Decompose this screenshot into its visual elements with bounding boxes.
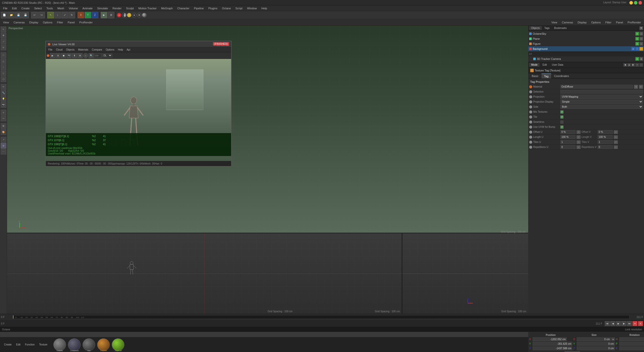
menu-character[interactable]: Character bbox=[175, 6, 191, 10]
timeline-playhead[interactable] bbox=[13, 316, 14, 319]
psr-size-x-lock[interactable]: ● bbox=[611, 337, 615, 341]
lv-menu-file[interactable]: File bbox=[47, 48, 54, 52]
menu-render[interactable]: Render bbox=[111, 6, 124, 10]
lv-menu-api[interactable]: Api bbox=[125, 48, 132, 52]
close-button[interactable] bbox=[638, 1, 642, 5]
view-menu[interactable]: View bbox=[1, 20, 11, 24]
prop-tile-dot[interactable] bbox=[529, 115, 532, 119]
lv-viewport[interactable]: TURE GTX 1080[DT][6.1] %2 41 GTX 1070[6.… bbox=[46, 59, 231, 161]
tool-6[interactable]: ✏ bbox=[1, 84, 6, 90]
view-menu-right[interactable]: View bbox=[549, 20, 559, 24]
tool-rotate[interactable]: ↻ bbox=[1, 45, 6, 50]
render-icon-dark[interactable]: ● bbox=[132, 13, 136, 17]
mode-tab-mode[interactable]: Mode bbox=[529, 63, 540, 67]
obj-background[interactable]: Background ● ○ T bbox=[528, 46, 644, 51]
psr-rot-h-input[interactable] bbox=[619, 337, 644, 341]
pb-record[interactable]: ● bbox=[632, 321, 637, 326]
lv-menu-options[interactable]: Options bbox=[104, 48, 116, 52]
render-icon-gear[interactable]: ⚙ bbox=[137, 13, 141, 17]
bottom-viewport-left[interactable]: Grid Spacing : 100 cm bbox=[7, 233, 402, 314]
prop-material-btn1[interactable]: ◁ bbox=[634, 85, 638, 89]
prop-tab-basic[interactable]: Basic bbox=[529, 74, 541, 78]
obj-figure[interactable]: Figure ● ○ bbox=[528, 41, 644, 46]
tool-deform[interactable]: ⌘ bbox=[1, 123, 6, 129]
prop-tile-checkbox[interactable]: ✓ bbox=[560, 115, 563, 119]
render-btn[interactable]: ▶ bbox=[101, 12, 107, 18]
prop-offset-v-input[interactable] bbox=[598, 130, 613, 134]
panel-menu-right[interactable]: Panel bbox=[614, 20, 625, 24]
prop-uvw-checkbox[interactable]: ✓ bbox=[560, 126, 563, 129]
prop-tiles-u-dot[interactable] bbox=[529, 141, 532, 144]
options-menu[interactable]: Options bbox=[41, 20, 54, 24]
obj-l0[interactable]: L0 bbox=[528, 51, 644, 56]
obj-vis-plane[interactable]: ● bbox=[635, 37, 639, 41]
obj-plane[interactable]: Plane ● ○ bbox=[528, 36, 644, 41]
lv-chr-select[interactable]: DL bbox=[102, 54, 112, 57]
psr-rot-b-input[interactable] bbox=[619, 346, 644, 350]
menu-sculpt[interactable]: Sculpt bbox=[124, 6, 136, 10]
prop-proj-display-dot[interactable] bbox=[529, 100, 532, 103]
tool-paint[interactable]: 🎨 bbox=[1, 129, 6, 135]
move-btn[interactable]: ↕ bbox=[54, 12, 61, 18]
node-tab-edit[interactable]: Edit bbox=[14, 343, 22, 346]
obj-lock-1[interactable]: ○ bbox=[639, 32, 643, 35]
tool-3[interactable]: ○ bbox=[1, 64, 6, 70]
prop-mix-dot[interactable] bbox=[529, 110, 532, 113]
mode-icon-1[interactable]: ◀ bbox=[623, 63, 627, 67]
maximize-button[interactable] bbox=[634, 1, 637, 5]
world-axis-btn[interactable]: X bbox=[78, 12, 84, 18]
prop-material-dot[interactable] bbox=[529, 85, 532, 88]
save-as-button[interactable]: 💾 bbox=[22, 12, 29, 18]
mat-ball-tracksh[interactable]: Track Sh bbox=[112, 338, 124, 351]
prop-tiles-v-spinner[interactable]: ↕ bbox=[614, 140, 618, 144]
obj-vis-1[interactable]: ● bbox=[635, 32, 639, 35]
prop-length-v-input[interactable] bbox=[598, 135, 613, 139]
mat-ball-octdiffm[interactable]: OctDiffM bbox=[97, 338, 110, 351]
obj-tracker-camera[interactable]: 3D Tracker Camera ● ● bbox=[528, 56, 644, 61]
menu-file[interactable]: File bbox=[1, 6, 10, 10]
psr-size-y-input[interactable] bbox=[577, 342, 615, 346]
pb-record-all[interactable]: ● bbox=[638, 321, 643, 326]
obj-vis-tracker[interactable]: ● bbox=[635, 57, 639, 61]
prop-length-u-input[interactable] bbox=[560, 135, 576, 139]
scale-btn[interactable]: ⤢ bbox=[61, 12, 68, 18]
tool-1[interactable]: □ bbox=[1, 52, 6, 58]
mode-icon-4[interactable]: + bbox=[635, 63, 639, 67]
prop-projection-select[interactable]: UVW Mapping bbox=[560, 95, 643, 99]
obj-vis-background[interactable]: ● bbox=[631, 47, 635, 51]
obj-lock-tracker[interactable]: ● bbox=[639, 57, 643, 61]
tab-bookmarks[interactable]: Bookmarks bbox=[552, 26, 569, 30]
menu-create[interactable]: Create bbox=[19, 6, 32, 10]
menu-window[interactable]: Window bbox=[245, 6, 259, 10]
menu-edit[interactable]: Edit bbox=[10, 6, 19, 10]
mode-icon-2[interactable]: ▲ bbox=[627, 63, 631, 67]
prop-reps-u-input[interactable] bbox=[560, 145, 576, 149]
menu-plugins[interactable]: Plugins bbox=[206, 6, 219, 10]
cameras-menu[interactable]: Cameras bbox=[12, 20, 27, 24]
lv-pause-btn[interactable]: ⏸ bbox=[55, 53, 60, 58]
prop-reps-u-dot[interactable] bbox=[529, 146, 532, 149]
tool-select[interactable]: ↖ bbox=[1, 27, 6, 32]
lv-export-btn[interactable]: ⬆ bbox=[72, 53, 77, 58]
obj-vis-figure[interactable]: ● bbox=[635, 42, 639, 46]
menu-help[interactable]: Help bbox=[259, 6, 269, 10]
mat-ball-mat[interactable]: Mat bbox=[83, 338, 95, 351]
tool-s[interactable]: S bbox=[1, 110, 6, 115]
prop-tiles-v-input[interactable] bbox=[598, 140, 613, 144]
prop-side-select[interactable]: Both bbox=[560, 105, 643, 109]
psr-size-x-input[interactable] bbox=[577, 337, 611, 341]
lv-circle-btn[interactable]: ○ bbox=[83, 53, 88, 58]
prop-reps-v-input[interactable] bbox=[598, 145, 613, 149]
filter-menu[interactable]: Filter bbox=[55, 20, 65, 24]
lv-menu-cloud[interactable]: Cloud bbox=[54, 48, 64, 52]
timeline-ruler[interactable]: 8 16 24 32 40 48 56 64 72 80 88 96 104 1… bbox=[12, 315, 629, 319]
psr-pos-z-input[interactable] bbox=[533, 346, 572, 350]
tool-grid[interactable]: ⊞ bbox=[1, 143, 6, 148]
render-icon-sphere[interactable]: ○ bbox=[142, 13, 147, 17]
prop-tiles-u-spinner[interactable]: ↕ bbox=[577, 140, 581, 144]
menu-octane[interactable]: Octane bbox=[220, 6, 233, 10]
tool-7[interactable]: 🔧 bbox=[1, 90, 6, 96]
y-axis-btn[interactable]: Y bbox=[85, 12, 91, 18]
bottom-viewport-right[interactable]: Grid Spacing : 100 cm bbox=[402, 233, 528, 314]
prop-selection-dot[interactable] bbox=[529, 90, 532, 93]
